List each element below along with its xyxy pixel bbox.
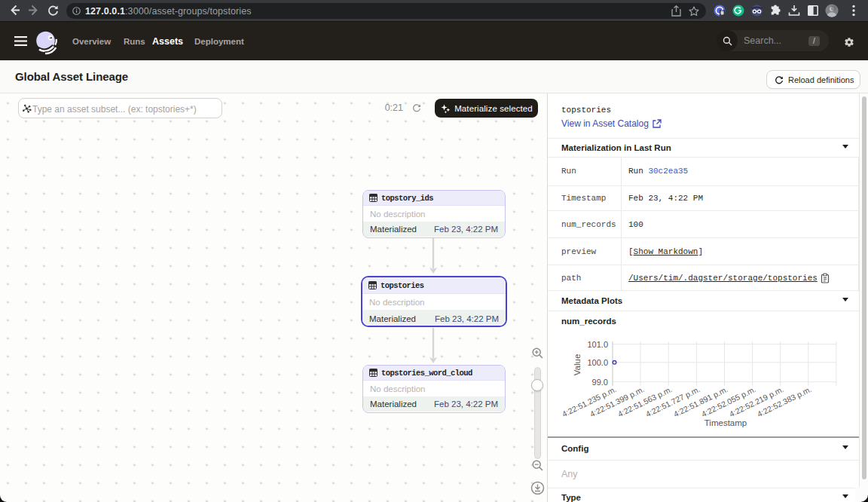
svg-text:Value: Value bbox=[573, 354, 582, 376]
svg-text:101.0: 101.0 bbox=[587, 340, 608, 349]
svg-text:100.0: 100.0 bbox=[587, 358, 608, 367]
svg-text:Timestamp: Timestamp bbox=[704, 418, 747, 427]
svg-text:99.0: 99.0 bbox=[592, 378, 608, 387]
